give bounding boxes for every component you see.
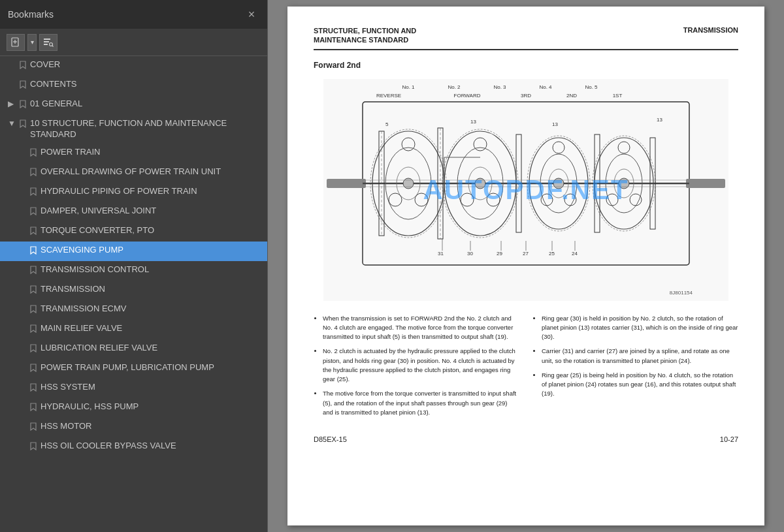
svg-text:FORWARD: FORWARD bbox=[454, 93, 481, 99]
bookmark-item-contents[interactable]: CONTENTS bbox=[0, 76, 267, 95]
bookmark-icon-hss-motor bbox=[30, 422, 37, 432]
bookmark-icon-hydraulic-piping bbox=[30, 187, 37, 197]
bookmark-icon-main-relief bbox=[30, 324, 37, 334]
bullet-item: Ring gear (25) is being held in position… bbox=[542, 371, 738, 399]
bookmark-icon-transmission-control bbox=[30, 266, 37, 275]
page-header: STRUCTURE, FUNCTION AND MAINTENANCE STAN… bbox=[314, 26, 738, 50]
svg-text:24: 24 bbox=[572, 251, 578, 257]
bookmark-item-transmission[interactable]: TRANSMISSION bbox=[0, 281, 267, 300]
bookmark-icon-transmission-ecmv bbox=[30, 305, 37, 315]
expand-icon-10-structure: ▼ bbox=[8, 119, 17, 128]
bookmark-find-button[interactable] bbox=[39, 34, 57, 51]
bookmark-icon-damper bbox=[30, 207, 37, 217]
page-footer: D85EX-15 10-27 bbox=[314, 435, 738, 443]
bookmark-item-overall-drawing[interactable]: OVERALL DRAWING OF POWER TRAIN UNIT bbox=[0, 163, 267, 183]
svg-text:25: 25 bbox=[549, 251, 555, 257]
svg-text:No. 4: No. 4 bbox=[539, 84, 552, 90]
close-button[interactable]: × bbox=[244, 7, 259, 22]
content-columns: When the transmission is set to FORWARD … bbox=[314, 314, 738, 423]
svg-text:13: 13 bbox=[470, 119, 476, 125]
bookmark-label-hss-motor: HSS MOTOR bbox=[41, 421, 92, 432]
svg-text:31: 31 bbox=[438, 251, 444, 257]
bookmark-item-hydraulic-hss[interactable]: HYDRAULIC, HSS PUMP bbox=[0, 398, 267, 418]
svg-point-6 bbox=[50, 42, 53, 46]
bookmark-icon-10-structure bbox=[20, 119, 26, 129]
bullet-item: When the transmission is set to FORWARD … bbox=[323, 314, 519, 342]
bookmark-label-hss-oil-cooler: HSS OIL COOLER BYPASS VALVE bbox=[41, 441, 176, 452]
footer-right: 10-27 bbox=[720, 435, 738, 443]
bookmark-item-cover[interactable]: COVER bbox=[0, 56, 267, 76]
bookmark-label-overall-drawing: OVERALL DRAWING OF POWER TRAIN UNIT bbox=[41, 166, 221, 178]
bookmark-icon-cover bbox=[20, 61, 26, 70]
content-col-right: Ring gear (30) is held in position by No… bbox=[532, 314, 738, 423]
bullet-list-left: When the transmission is set to FORWARD … bbox=[314, 314, 519, 418]
bookmark-item-lubrication-relief[interactable]: LUBRICATION RELIEF VALVE bbox=[0, 339, 267, 359]
bookmark-icon-transmission bbox=[30, 285, 37, 295]
bookmark-label-hss-system: HSS SYSTEM bbox=[41, 382, 95, 393]
bookmark-icon-hss-system bbox=[30, 383, 37, 393]
bookmark-label-hydraulic-piping: HYDRAULIC PIPING OF POWER TRAIN bbox=[41, 186, 197, 197]
bookmark-item-hss-system[interactable]: HSS SYSTEM bbox=[0, 379, 267, 398]
bookmark-add-button[interactable] bbox=[7, 34, 25, 51]
svg-rect-4 bbox=[44, 41, 49, 42]
bookmark-icon-hydraulic-hss bbox=[30, 403, 37, 413]
find-icon bbox=[43, 37, 54, 48]
bookmark-item-power-train[interactable]: POWER TRAIN bbox=[0, 144, 267, 163]
svg-rect-23 bbox=[686, 179, 725, 188]
bullet-item: Ring gear (30) is held in position by No… bbox=[542, 314, 738, 342]
diagram-svg: No. 1 No. 2 No. 3 No. 4 No. 5 REVERSE FO… bbox=[323, 79, 728, 301]
bookmark-item-torque-converter[interactable]: TORQUE CONVERTER, PTO bbox=[0, 222, 267, 242]
svg-text:29: 29 bbox=[497, 251, 502, 257]
bookmark-label-power-train: POWER TRAIN bbox=[41, 147, 101, 158]
bookmark-item-hydraulic-piping[interactable]: HYDRAULIC PIPING OF POWER TRAIN bbox=[0, 183, 267, 202]
svg-rect-21 bbox=[327, 179, 366, 188]
content-col-left: When the transmission is set to FORWARD … bbox=[314, 314, 519, 423]
bookmark-item-01-general[interactable]: ▶01 GENERAL bbox=[0, 95, 267, 115]
section-title: Forward 2nd bbox=[314, 61, 738, 70]
bookmark-label-transmission: TRANSMISSION bbox=[41, 284, 105, 295]
header-left: STRUCTURE, FUNCTION AND MAINTENANCE STAN… bbox=[314, 26, 416, 45]
bookmark-label-transmission-ecmv: TRANMISSION ECMV bbox=[41, 304, 126, 315]
svg-point-67 bbox=[403, 178, 414, 189]
svg-point-70 bbox=[619, 178, 629, 189]
bullet-item: Carrier (31) and carrier (27) are joined… bbox=[542, 347, 738, 366]
svg-text:30: 30 bbox=[467, 251, 473, 257]
transmission-diagram: No. 1 No. 2 No. 3 No. 4 No. 5 REVERSE FO… bbox=[314, 79, 738, 301]
bookmark-item-scavenging-pump[interactable]: SCAVENGING PUMP bbox=[0, 242, 267, 261]
sidebar-header: Bookmarks × bbox=[0, 0, 267, 29]
bookmark-label-transmission-control: TRANSMISSION CONTROL bbox=[41, 264, 149, 275]
bookmark-add-icon bbox=[10, 37, 21, 48]
bookmark-icon-scavenging-pump bbox=[30, 246, 37, 256]
bookmark-item-main-relief[interactable]: MAIN RELIEF VALVE bbox=[0, 320, 267, 339]
svg-text:3RD: 3RD bbox=[521, 93, 531, 99]
bookmark-item-transmission-ecmv[interactable]: TRANMISSION ECMV bbox=[0, 300, 267, 320]
sidebar: Bookmarks × ▾ COVERCONTENTS▶01 GENERAL▼1… bbox=[0, 0, 268, 532]
bookmark-item-transmission-control[interactable]: TRANSMISSION CONTROL bbox=[0, 261, 267, 281]
bookmark-item-10-structure[interactable]: ▼10 STRUCTURE, FUNCTION AND MAINTENANCE … bbox=[0, 115, 267, 144]
svg-text:13: 13 bbox=[552, 121, 558, 127]
bullet-item: The motive force from the torque convert… bbox=[323, 389, 519, 417]
bookmark-icon-power-train-pump bbox=[30, 364, 37, 373]
bookmark-label-lubrication-relief: LUBRICATION RELIEF VALVE bbox=[41, 343, 157, 354]
bookmark-icon-hss-oil-cooler bbox=[30, 442, 37, 452]
bookmark-item-hss-oil-cooler[interactable]: HSS OIL COOLER BYPASS VALVE bbox=[0, 437, 267, 457]
svg-rect-5 bbox=[44, 44, 48, 45]
bullet-item: No. 2 clutch is actuated by the hydrauli… bbox=[323, 347, 519, 384]
bookmark-icon-01-general bbox=[20, 100, 26, 110]
bookmark-label-scavenging-pump: SCAVENGING PUMP bbox=[41, 245, 123, 256]
bookmark-label-power-train-pump: POWER TRAIN PUMP, LUBRICATION PUMP bbox=[41, 362, 214, 373]
bookmark-dropdown-button[interactable]: ▾ bbox=[27, 34, 37, 51]
svg-line-7 bbox=[52, 46, 54, 47]
bookmark-item-hss-motor[interactable]: HSS MOTOR bbox=[0, 418, 267, 437]
svg-point-68 bbox=[475, 178, 485, 189]
svg-rect-3 bbox=[44, 39, 50, 40]
bookmark-item-power-train-pump[interactable]: POWER TRAIN PUMP, LUBRICATION PUMP bbox=[0, 359, 267, 379]
footer-left: D85EX-15 bbox=[314, 435, 347, 443]
bookmark-icon-lubrication-relief bbox=[30, 344, 37, 354]
bookmark-item-damper[interactable]: DAMPER, UNIVERSAL JOINT bbox=[0, 202, 267, 222]
bookmark-icon-torque-converter bbox=[30, 227, 37, 236]
svg-text:No. 1: No. 1 bbox=[402, 84, 415, 90]
svg-text:1ST: 1ST bbox=[613, 93, 623, 99]
page-container: STRUCTURE, FUNCTION AND MAINTENANCE STAN… bbox=[287, 7, 764, 525]
svg-text:REVERSE: REVERSE bbox=[376, 93, 401, 99]
